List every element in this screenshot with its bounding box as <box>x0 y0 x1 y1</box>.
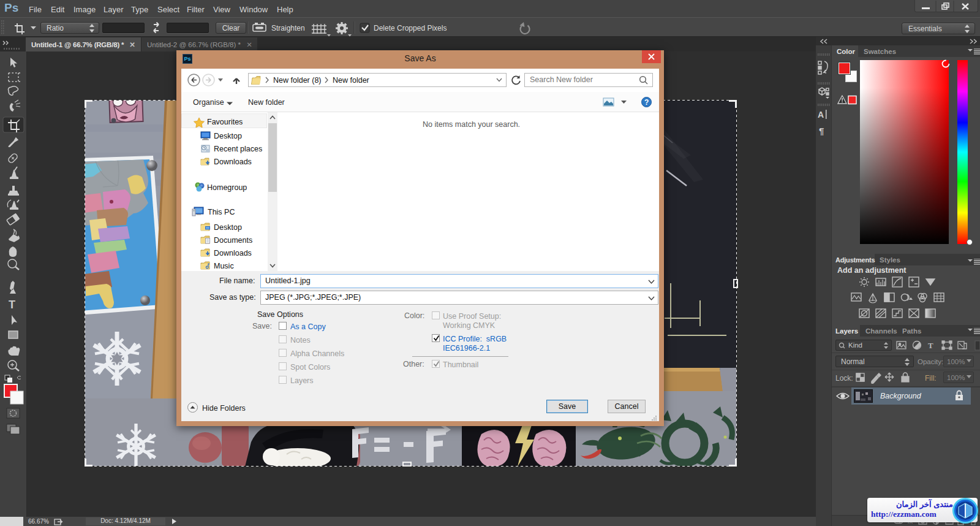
svg-text:?: ? <box>644 98 649 107</box>
svg-text:T: T <box>928 341 933 350</box>
svg-text:¶: ¶ <box>819 126 824 136</box>
svg-text:Kind: Kind <box>848 341 862 349</box>
svg-text:New folder: New folder <box>333 76 369 85</box>
svg-text:T: T <box>9 299 15 311</box>
svg-text:New folder (8): New folder (8) <box>273 76 322 85</box>
svg-text:A: A <box>818 110 824 120</box>
